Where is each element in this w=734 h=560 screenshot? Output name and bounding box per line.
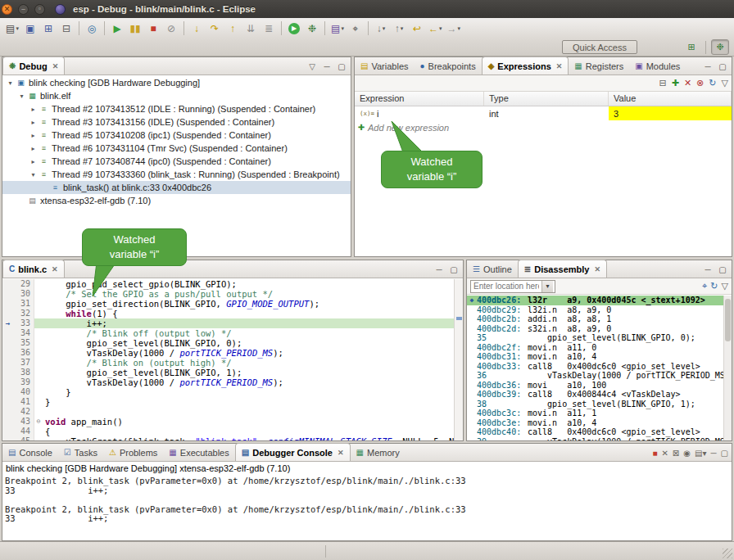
disassembly-line[interactable]: 400dbc31:movi.n a10, 4 [467, 352, 723, 362]
last-edit-location-button[interactable]: ↩ [409, 20, 425, 37]
disassembly-line[interactable]: ◆400dbc26:l32r a9, 0x400d045c <_stext+10… [467, 296, 723, 305]
tab-disassembly[interactable]: ≣ Disassembly ✕ [518, 260, 607, 278]
minimize-view-icon[interactable]: ─ [702, 62, 714, 71]
debug-tree-row[interactable]: ▸≡Thread #3 1073413156 (IDLE) (Suspended… [2, 115, 351, 129]
sync-pc-icon[interactable]: ⌖ [702, 281, 707, 291]
code-line[interactable]: →33 i++; [2, 318, 454, 328]
disassembly-line[interactable]: 400dbc36:movi a10, 100 [467, 381, 723, 391]
location-input[interactable] [471, 282, 541, 291]
code-line[interactable]: 41} [2, 397, 454, 407]
debug-perspective-button[interactable]: ❉ [711, 39, 729, 55]
suspend-button[interactable]: ▮▮ [127, 20, 143, 37]
code-line[interactable]: 39 vTaskDelay(1000 / portTICK_PERIOD_MS)… [2, 377, 454, 387]
column-type[interactable]: Type [484, 92, 609, 106]
close-icon[interactable]: ✕ [52, 62, 59, 70]
drop-to-frame-button[interactable]: ⇊ [242, 20, 259, 37]
previous-annotation-button[interactable]: ↑▾ [391, 20, 407, 37]
clear-console-icon[interactable]: ⊠ [673, 449, 679, 458]
minimize-view-icon[interactable]: ─ [710, 449, 716, 458]
add-expression-row[interactable]: ✚ Add new expression [355, 120, 732, 134]
expression-row[interactable]: (x)= i int 3 [355, 106, 732, 120]
expander-icon[interactable]: ▾ [29, 171, 38, 178]
location-combo[interactable]: ▼ [470, 280, 555, 293]
debug-tree-row[interactable]: ▸≡Thread #2 1073413512 (IDLE : Running) … [2, 102, 351, 115]
open-console-icon[interactable]: ▤▾ [695, 449, 706, 458]
expander-icon[interactable]: ▸ [29, 132, 38, 139]
debug-tree-row[interactable]: ▸≡Thread #5 1073410208 (ipc1) (Suspended… [2, 129, 351, 142]
debug-tree-row[interactable]: ▸≡Thread #6 1073431104 (Tmr Svc) (Suspen… [2, 142, 351, 155]
console-output[interactable]: Breakpoint 2, blink_task (pvParameter=0x… [2, 476, 732, 540]
disassembly-line[interactable]: 400dbc3e:movi.n a10, 4 [467, 418, 723, 428]
search-button[interactable]: ⌖ [347, 20, 364, 37]
disassembly-line[interactable]: 35 gpio_set_level(BLINK_GPIO, 0); [467, 333, 723, 343]
minimize-view-icon[interactable]: ─ [433, 265, 445, 274]
minimize-view-icon[interactable]: ─ [321, 62, 333, 71]
remove-all-expressions-button[interactable]: ⊗ [696, 78, 704, 88]
step-over-button[interactable]: ↷ [206, 20, 223, 37]
remove-expression-button[interactable]: ✕ [684, 78, 691, 88]
expander-icon[interactable]: ▸ [29, 145, 38, 152]
code-line[interactable]: 31 gpio_set_direction(BLINK_GPIO, GPIO_M… [2, 299, 454, 309]
disassembly-line[interactable]: 400dbc29:l32i.n a8, a9, 0 [467, 305, 723, 315]
new-wizard-button[interactable]: ▤▾ [4, 20, 20, 37]
collapse-all-button[interactable]: ⊟ [659, 78, 666, 88]
debug-tree-row[interactable]: ≡blink_task() at blink.c:33 0x400dbc26 [2, 181, 351, 194]
chevron-down-icon[interactable]: ▼ [541, 281, 553, 292]
resize-grip-icon[interactable] [723, 549, 732, 558]
terminate-button[interactable]: ■ [145, 20, 161, 37]
save-button[interactable]: ▣ [22, 20, 39, 37]
tab-variables[interactable]: ▤Variables [355, 57, 415, 75]
disassembly-scrollbar[interactable] [723, 296, 732, 440]
expander-icon[interactable]: ▸ [29, 158, 38, 165]
debug-tree-row[interactable]: ▾▦blink.elf [2, 89, 351, 102]
code-line[interactable]: 35 gpio_set_level(BLINK_GPIO, 0); [2, 338, 454, 348]
code-line[interactable]: 30 /* Set the GPIO as a push/pull output… [2, 289, 454, 299]
view-menu-button[interactable]: ▽ [722, 78, 728, 88]
add-expression-button[interactable]: ✚ [672, 78, 679, 88]
tab-console[interactable]: ▤Console [2, 444, 58, 461]
open-perspective-button[interactable]: ⊞ [682, 39, 700, 55]
disassembly-line[interactable]: 400dbc33:call8 0x400dc6c0 <gpio_set_leve… [467, 362, 723, 372]
disassembly-line[interactable]: 400dbc2b:addi.n a8, a8, 1 [467, 314, 723, 324]
disassembly-line[interactable]: 400dbc3c:movi.n a11, 1 [467, 409, 723, 418]
tab-registers[interactable]: ▦Registers [569, 57, 629, 75]
code-line[interactable]: 42 [2, 407, 454, 417]
maximize-view-icon[interactable]: ▢ [336, 62, 347, 71]
tab-executables[interactable]: ▦Executables [163, 444, 234, 461]
column-expression[interactable]: Expression [355, 92, 484, 106]
refresh-icon[interactable]: ↻ [710, 281, 718, 291]
next-annotation-button[interactable]: ↓▾ [373, 20, 389, 37]
tab-outline[interactable]: ☰ Outline [467, 260, 518, 278]
debug-button[interactable]: ❉ [304, 20, 320, 37]
code-line[interactable]: 45 xTaskCreate(&blink_task, "blink_task"… [2, 436, 454, 440]
code-line[interactable]: 44{ [2, 427, 454, 436]
expander-icon[interactable]: ▸ [29, 119, 38, 126]
tab-debug[interactable]: ❉ Debug ✕ [2, 56, 65, 75]
tab-problems[interactable]: ⚠Problems [103, 444, 163, 461]
close-icon[interactable]: ✕ [52, 265, 58, 273]
print-button[interactable]: ⊟ [58, 20, 75, 37]
instruction-stepping-button[interactable]: ≣ [261, 20, 277, 37]
close-icon[interactable]: ✕ [594, 265, 600, 273]
maximize-view-icon[interactable]: ▢ [721, 449, 728, 458]
code-line[interactable]: 38 gpio_set_level(BLINK_GPIO, 1); [2, 368, 454, 377]
new-c-element-button[interactable]: ▤▾ [329, 20, 346, 37]
forward-button[interactable]: →▾ [446, 20, 463, 37]
expression-value[interactable]: 3 [609, 106, 732, 120]
remove-launch-icon[interactable]: ✕ [661, 449, 668, 458]
quick-access-button[interactable]: Quick Access [562, 40, 637, 54]
close-icon[interactable]: ✕ [556, 62, 563, 70]
disassembly-line[interactable]: 36 vTaskDelay(1000 / portTICK_PERIOD_MS)… [467, 371, 723, 381]
maximize-view-icon[interactable]: ▢ [717, 62, 728, 71]
code-line[interactable]: 40 } [2, 387, 454, 397]
expander-icon[interactable]: ▾ [6, 79, 15, 87]
view-menu-icon[interactable]: ▽ [306, 62, 318, 71]
maximize-window-button[interactable]: ▫ [34, 4, 45, 15]
tab-expressions[interactable]: ◈Expressions✕ [482, 56, 569, 75]
disassembly-line[interactable]: 400dbc2f:movi.n a11, 0 [467, 343, 723, 353]
expander-icon[interactable]: ▾ [17, 93, 26, 100]
code-line[interactable]: 34 /* Blink off (output low) */ [2, 328, 454, 338]
debug-tree-row[interactable]: ▾▣blink checking [GDB Hardware Debugging… [2, 76, 351, 89]
tab-debugger-console[interactable]: ▤Debugger Console✕ [235, 443, 351, 461]
close-window-button[interactable]: ✕ [2, 4, 12, 15]
